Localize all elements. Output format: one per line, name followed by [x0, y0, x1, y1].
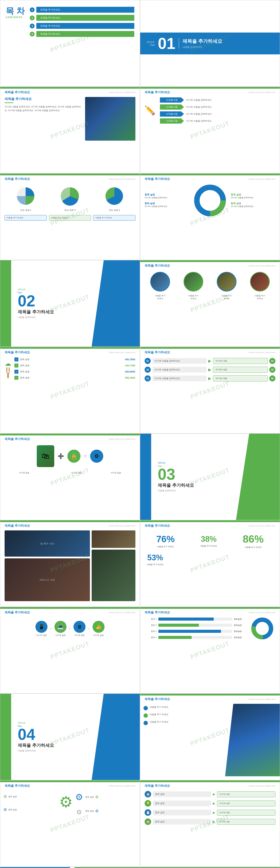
slide-stat-circles: PPTAKEOUT 제목을 추가하세요 Please enter your su…	[140, 520, 280, 607]
s20-green-bar	[140, 780, 280, 782]
s9-check-1: ✓ 항목 설명 406,780K	[15, 358, 135, 362]
s4-arrow-label-4: 단계별 내용	[160, 118, 184, 124]
s16-green-bar	[140, 607, 280, 609]
eq-equals: =	[88, 626, 90, 631]
s19-left-items: ⚙ 항목 설명 ⚙ 항목 설명	[3, 791, 55, 817]
circle-3	[217, 272, 236, 291]
toc-items: 1 제목을 추가하세요 2 제목을 추가하세요 3 제목을 추가하세요 4 제목…	[30, 7, 134, 37]
slide-row-11: PPTAKEOUT 201X THANK YOU 대단히 감사합니다 PPTAK…	[0, 867, 280, 868]
photo-3	[92, 530, 135, 548]
hbar-val-4: 항목설명	[234, 636, 245, 639]
s9-checklist: ✓ 항목 설명 406,780K ✓ 항목 설명 106,778K ✓ 항목 설…	[15, 358, 135, 381]
slide-row-1: PPTAKEOUT 목 차 CONTENTS 1 제목을 추가하세요 2 제목을…	[0, 0, 280, 87]
s16-bars: 항목 1 항목설명 항목 2 항목설명 항목 3	[145, 618, 245, 639]
slide-thankyou: PPTAKEOUT 201X THANK YOU 대단히 감사합니다	[0, 867, 140, 868]
presentation-container: PPTAKEOUT 목 차 CONTENTS 1 제목을 추가하세요 2 제목을…	[0, 0, 280, 868]
s18-dot-3	[143, 721, 148, 725]
s6-item-3: 항목 설명 여기에 내용을 입력하세요	[231, 193, 275, 199]
s18-item-text-1: 내용을 추가 하세요	[150, 706, 168, 709]
s14-header: 제목을 추가하세요 Please enter your subtitle her…	[140, 522, 280, 529]
check-box-4: ✓	[15, 376, 18, 380]
s16-title: 제목을 추가하세요	[145, 611, 170, 615]
s18-dot-2	[143, 713, 148, 718]
slide-row-3: PPTAKEOUT 제목을 추가하세요 Please enter your su…	[0, 174, 280, 260]
toc-num-1: 1	[30, 7, 34, 12]
s5-header: 제목을 추가하세요 Please enter your subtitle her…	[0, 175, 140, 182]
stat-2: 38% 내용을 추가 하세요	[200, 534, 217, 548]
slide3-title: 제목을 추가하세요	[5, 90, 30, 94]
donut-svg	[194, 184, 226, 217]
s4-arrow-4: 단계별 내용 여기에 내용을 입력하세요	[160, 118, 275, 124]
eq-icon-2: 💻 아이콘 설명	[54, 621, 66, 637]
proc-arrow-2: ▶	[208, 367, 211, 372]
s6-content: 항목 설명 여기에 내용을 입력하세요 항목 설명 여기에 내용을 입력하세요	[140, 182, 280, 219]
ribbon-row-3: 📋 항목 설명 ▶ 여기에 내용	[145, 809, 275, 816]
s15-equation: 📱 아이콘 설명 + 💻 아이콘 설명 + 🖥 아이콘 설명 = 👍 아이콘 설…	[0, 615, 140, 642]
check-text-3: 항목 설명	[20, 370, 123, 373]
check-text-2: 항목 설명	[20, 364, 123, 367]
proc-num-r3: 06	[269, 375, 275, 381]
proc-num-2: 02	[145, 367, 151, 373]
part03-sub: 내용을 입력하세요	[158, 489, 194, 492]
s6-sub: Please enter your subtitle here	[249, 178, 275, 180]
gear-icon-2: ⚙	[3, 807, 7, 812]
toc-label-4: 제목을 추가하세요	[36, 31, 134, 37]
slide-shopping: PPTAKEOUT 제목을 추가하세요 Please enter your su…	[0, 433, 140, 520]
toc-eng-title: CONTENTS	[6, 16, 25, 19]
pie-label-3: 차트 제목 3	[104, 209, 125, 212]
s6-item-label-4: 항목 설명	[231, 202, 275, 205]
slide-row-6: PPTAKEOUT 제목을 추가하세요 Please enter your su…	[0, 433, 280, 520]
pie-label-2: 차트 제목 2	[59, 209, 81, 212]
s11-label-1: 아이콘 설명	[19, 471, 30, 474]
proc-row-1: 01 여기에 내용을 입력하세요 ▶ 여기에 내용 04	[145, 358, 275, 364]
hbar-val-2: 항목설명	[234, 624, 245, 627]
circle-1	[150, 272, 170, 291]
s11-title: 제목을 추가하세요	[5, 437, 30, 441]
ribbon-arrow-2: ▶	[213, 802, 215, 805]
s6-green-bar	[140, 174, 280, 175]
s16-content: 항목 1 항목설명 항목 2 항목설명 항목 3	[140, 615, 280, 642]
s18-green-bar	[140, 694, 280, 695]
s6-header: 제목을 추가하세요 Please enter your subtitle her…	[140, 175, 280, 182]
toc-item-3: 3 제목을 추가하세요	[30, 23, 134, 29]
toc-item-2: 2 제목을 추가하세요	[30, 15, 134, 21]
s11-sub: Please enter your subtitle here	[109, 438, 135, 440]
part01-layout: 제1파트 Part 01 제목을 추가하세요 내용을 입력하세요	[140, 0, 280, 87]
circle-img-4	[250, 272, 270, 291]
part02-sub: 내용을 입력하세요	[18, 316, 54, 319]
slide-part01: PPTAKEOUT 제1파트 Part 01 제목을 추가하세요 내용을 입력하…	[140, 0, 280, 87]
toc-item-1: 1 제목을 추가하세요	[30, 7, 134, 13]
part03-content: 제3파트 Part 03 제목을 추가하세요 내용을 입력하세요	[158, 461, 194, 492]
part01-title: 제목을 추가하세요	[183, 38, 222, 44]
s18-header: 제목을 추가하세요 Please enter your subtitle her…	[140, 695, 280, 702]
s4-green-bar	[140, 87, 280, 89]
eq-icon-shape-1: 📱	[35, 621, 48, 633]
s11-content: 🛍 ➕ 🔒 = ⚙	[0, 442, 140, 470]
s14-stats: 76% 내용을 추가 하세요 38% 내용을 추가 하세요 86% 내용을 추가…	[140, 529, 280, 553]
s15-sub: Please enter your subtitle here	[109, 612, 135, 614]
s13-left: 팀 회의 사진 비즈니스 사진	[5, 530, 90, 601]
watermark: PPTAKEOUT	[50, 640, 90, 660]
s19-item-4: 항목 설명 ⚙	[85, 809, 137, 813]
s19-sub: Please enter your subtitle here	[109, 785, 135, 787]
eq-icon-label-4: 아이콘 설명	[92, 634, 105, 637]
s13-right	[92, 530, 135, 601]
toc-kor-title: 목 차	[6, 7, 25, 15]
s9-icons: ☁ 🪜 🧍	[5, 358, 11, 381]
part04-title: 제목을 추가하세요	[18, 742, 54, 748]
ribbon-arrow-1: ▶	[213, 793, 215, 796]
part02-label: 제2파트	[18, 288, 54, 291]
slide-diagonal-image: PPTAKEOUT 제목을 추가하세요 Please enter your su…	[140, 693, 280, 780]
gear-icon-1: ⚙	[3, 794, 7, 799]
s4-arrow-text-4: 여기에 내용을 입력하세요	[186, 119, 212, 123]
ribbon-icon-3: 📋	[145, 809, 151, 816]
s18-title: 제목을 추가하세요	[145, 697, 170, 701]
check-text-1: 항목 설명	[20, 358, 123, 361]
part04-content: 제4파트 Part 04 제목을 추가하세요 내용을 입력하세요	[18, 721, 54, 752]
s4-arrow-1: 단계별 내용 여기에 내용을 입력하세요	[160, 97, 275, 103]
s18-image-area	[225, 704, 280, 776]
eq-icon-shape-4: 👍	[92, 621, 105, 633]
proc-arrow-3: ▶	[208, 376, 211, 381]
s13-title: 제목을 추가하세요	[5, 524, 30, 528]
s9-check-3: ✓ 항목 설명 406,800K	[15, 370, 135, 374]
